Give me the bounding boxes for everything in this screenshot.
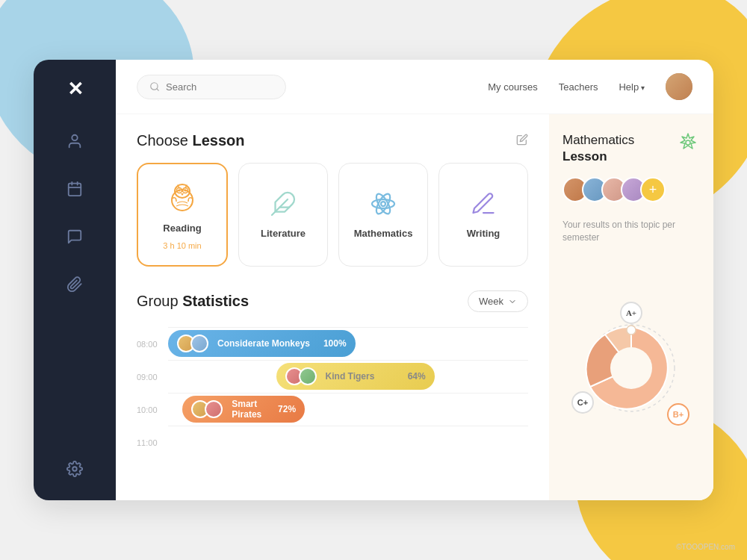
svg-point-0 — [72, 135, 77, 140]
sidebar-item-message[interactable] — [61, 223, 88, 250]
group-statistics-title: Group Statistics — [137, 293, 249, 310]
timeline-row-1000: 10:00 Smart Pirates 72% — [137, 393, 528, 426]
svg-point-5 — [72, 467, 77, 471]
svg-point-17 — [372, 199, 394, 208]
bar-avatars-1 — [177, 335, 208, 352]
right-panel-header: Mathematics Lesson — [562, 132, 700, 165]
bar-pct-pirates: 72% — [278, 404, 296, 414]
avatar-image — [666, 73, 692, 100]
main-content: My courses Teachers Help Choose Lesson — [116, 60, 713, 500]
lesson-card-mathematics[interactable]: Mathematics — [338, 163, 428, 267]
search-input[interactable] — [166, 81, 270, 93]
sidebar-item-user[interactable] — [61, 128, 88, 155]
sidebar: ✕ — [34, 60, 116, 500]
feather-icon — [270, 190, 297, 220]
svg-point-22 — [610, 347, 652, 389]
svg-point-12 — [179, 190, 181, 192]
sidebar-nav — [61, 128, 88, 455]
bar-avatars-2 — [285, 367, 317, 385]
header-nav: My courses Teachers Help — [488, 73, 692, 100]
grade-b-label: B+ — [667, 403, 689, 426]
bar-name-tigers: Kind Tigers — [326, 371, 375, 382]
week-selector[interactable]: Week — [468, 290, 528, 312]
reading-sublabel: 3 h 10 min — [163, 241, 201, 250]
reading-label: Reading — [163, 223, 201, 234]
bar-considerate-monkeys[interactable]: Considerate Monkeys 100% — [168, 330, 356, 357]
lesson-card-reading[interactable]: Reading 3 h 10 min — [137, 163, 228, 267]
svg-point-20 — [686, 140, 690, 145]
time-label-1100: 11:00 — [137, 437, 168, 447]
add-student-button[interactable]: + — [640, 177, 666, 202]
group-statistics-section: Group Statistics Week 08:00 — [137, 290, 528, 458]
mini-avatar-4 — [299, 367, 317, 385]
sidebar-logo: ✕ — [67, 78, 83, 101]
edit-icon[interactable] — [516, 134, 528, 149]
timeline: 08:00 Considerate Monkeys 100% — [137, 327, 528, 458]
sidebar-item-settings[interactable] — [61, 455, 88, 482]
right-panel-title: Mathematics Lesson — [562, 132, 634, 165]
lesson-card-literature[interactable]: Literature — [238, 163, 328, 267]
bar-avatars-3 — [191, 400, 223, 418]
mini-avatar-6 — [205, 400, 223, 418]
search-icon — [149, 81, 160, 92]
nav-teachers[interactable]: Teachers — [559, 81, 598, 93]
timeline-row-0900: 09:00 Kind Tigers 64% — [137, 360, 528, 393]
chart-wrapper: A+ — [579, 309, 684, 429]
student-avatars: + — [562, 177, 700, 202]
bar-area-0800: Considerate Monkeys 100% — [168, 329, 528, 358]
search-bar[interactable] — [137, 75, 286, 99]
time-label-0900: 09:00 — [137, 371, 168, 382]
owl-icon — [164, 179, 200, 215]
bar-area-1000: Smart Pirates 72% — [168, 394, 528, 424]
header: My courses Teachers Help — [116, 60, 713, 114]
mini-avatar-2 — [190, 335, 208, 352]
svg-line-7 — [157, 89, 159, 91]
watermark: ©TOOOPEN.com — [676, 543, 735, 551]
app-container: ✕ — [34, 60, 713, 500]
timeline-row-1100: 11:00 — [137, 426, 528, 458]
right-panel-title-block: Mathematics Lesson — [562, 132, 634, 165]
nav-help[interactable]: Help — [619, 81, 645, 93]
atom-icon — [370, 190, 397, 220]
group-statistics-header: Group Statistics Week — [137, 290, 528, 312]
bar-smart-pirates[interactable]: Smart Pirates 72% — [182, 396, 305, 423]
time-label-1000: 10:00 — [137, 404, 168, 414]
bar-area-1100 — [168, 427, 528, 457]
literature-label: Literature — [261, 228, 306, 239]
avatar[interactable] — [666, 73, 692, 100]
pie-chart-svg — [583, 320, 680, 417]
nav-my-courses[interactable]: My courses — [488, 81, 537, 93]
svg-point-13 — [185, 190, 187, 192]
svg-point-23 — [627, 326, 636, 335]
pen-icon — [470, 190, 497, 220]
sidebar-item-paperclip[interactable] — [61, 271, 88, 298]
timeline-row-0800: 08:00 Considerate Monkeys 100% — [137, 327, 528, 360]
mathematics-label: Mathematics — [354, 228, 413, 239]
sidebar-item-calendar[interactable] — [61, 175, 88, 202]
content-area: Choose Lesson — [116, 114, 713, 500]
svg-point-16 — [381, 202, 385, 206]
svg-rect-1 — [69, 184, 81, 196]
chevron-down-icon — [508, 297, 517, 306]
chart-area: A+ — [562, 256, 700, 482]
main-panel: Choose Lesson — [116, 114, 549, 500]
right-panel: Mathematics Lesson — [549, 114, 713, 500]
math-star-icon — [676, 132, 700, 159]
writing-label: Writing — [467, 228, 500, 239]
bar-name-pirates: Smart Pirates — [232, 399, 272, 420]
bar-area-0900: Kind Tigers 64% — [168, 361, 528, 391]
bar-pct-monkeys: 100% — [323, 338, 347, 349]
lesson-card-writing[interactable]: Writing — [438, 163, 528, 267]
bar-pct-tigers: 64% — [408, 371, 426, 382]
time-label-0800: 08:00 — [137, 338, 168, 349]
bar-name-monkeys: Considerate Monkeys — [217, 338, 310, 349]
choose-lesson-header: Choose Lesson — [137, 132, 528, 149]
results-text: Your results on this topic per semester — [562, 219, 700, 244]
bar-kind-tigers[interactable]: Kind Tigers 64% — [276, 363, 435, 390]
lesson-cards: Reading 3 h 10 min Literature — [137, 163, 528, 267]
choose-lesson-title: Choose Lesson — [137, 132, 245, 149]
